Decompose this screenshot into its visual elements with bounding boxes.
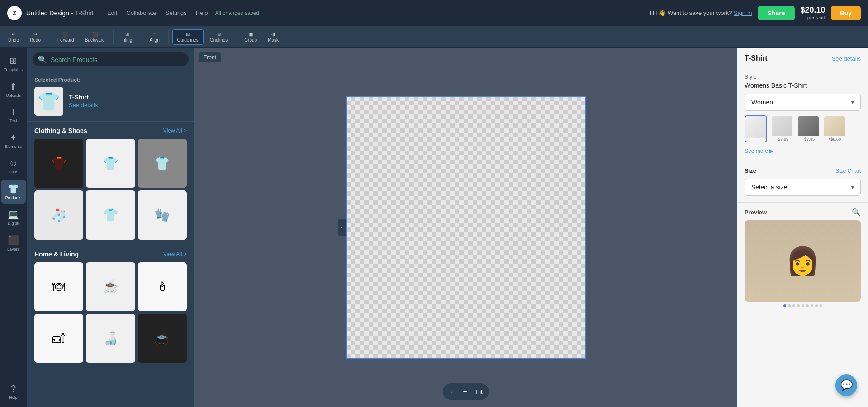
layers-icon: ⬛: [8, 235, 19, 246]
align-icon: ≡: [153, 32, 156, 37]
logo[interactable]: Z Untitled Design - T-Shirt: [7, 6, 94, 20]
list-item[interactable]: 👕: [86, 139, 135, 188]
price-amount: $20.10: [800, 5, 825, 15]
sidebar-item-uploads[interactable]: ⬆ Uploads: [1, 77, 26, 101]
see-details-link[interactable]: See details: [69, 102, 98, 109]
main-layout: ⊞ Templates ⬆ Uploads T Text ✦ Elements …: [0, 48, 868, 407]
guidelines-icon: ⊞: [186, 32, 190, 37]
clothing-grid: 👕 👕 👕 🧦 👕 🧤: [34, 139, 187, 240]
list-item[interactable]: 🍶: [86, 314, 135, 363]
zoom-in-button[interactable]: +: [459, 385, 471, 398]
sidebar-item-digital[interactable]: 💻 Digital: [1, 205, 26, 229]
list-item[interactable]: 🍽: [34, 262, 83, 311]
color-price-light-grey: +$7.85: [776, 137, 788, 142]
sidebar-item-text[interactable]: T Text: [1, 103, 26, 127]
mask-button[interactable]: ◑ Mask: [263, 30, 283, 44]
list-item[interactable]: 🕯: [138, 262, 187, 311]
align-button[interactable]: ≡ Align: [145, 30, 165, 44]
canvas-wrapper[interactable]: [346, 96, 586, 359]
forward-button[interactable]: ⬛ Forward: [53, 30, 79, 44]
color-option-white[interactable]: [745, 115, 767, 142]
search-input-wrap: 🔍: [33, 52, 189, 66]
color-option-dark-grey[interactable]: +$7.85: [797, 115, 820, 142]
preview-dot-2[interactable]: [788, 304, 791, 307]
mask-icon: ◑: [271, 32, 275, 37]
product-name: T-Shirt: [69, 94, 98, 101]
sidebar-item-help[interactable]: ? Help: [1, 380, 26, 403]
sidebar-item-elements[interactable]: ✦ Elements: [1, 128, 26, 152]
view-all-home[interactable]: View All >: [163, 251, 187, 257]
color-swatch-cream: [824, 116, 845, 136]
view-all-clothing[interactable]: View All >: [163, 128, 187, 134]
list-item[interactable]: 👕: [34, 139, 83, 188]
size-header: Size Size Chart: [745, 167, 861, 174]
preview-dot-8[interactable]: [815, 304, 818, 307]
gridlines-button[interactable]: ⊞ Gridlines: [205, 30, 232, 44]
elements-icon: ✦: [9, 132, 17, 143]
see-more-colors-button[interactable]: See more ▶: [745, 148, 773, 154]
redo-button[interactable]: ↪ Redo: [25, 30, 45, 44]
preview-search-icon[interactable]: 🔍: [852, 208, 861, 217]
sidebar-item-layers[interactable]: ⬛ Layers: [1, 231, 26, 255]
style-label: Style: [745, 74, 861, 80]
preview-dot-7[interactable]: [811, 304, 813, 307]
list-item[interactable]: ☕: [138, 314, 187, 363]
nav-collaborate[interactable]: Collaborate: [126, 9, 157, 16]
color-options: +$7.85 +$7.85 +$8.60 See more ▶: [745, 115, 861, 154]
size-chart-link[interactable]: Size Chart: [835, 168, 861, 174]
list-item[interactable]: 🧤: [138, 190, 187, 239]
preview-section: Preview 🔍 👩: [737, 203, 868, 312]
undo-button[interactable]: ↩ Undo: [4, 30, 24, 44]
share-button[interactable]: Share: [758, 6, 795, 20]
redo-icon: ↪: [33, 32, 37, 37]
chat-button[interactable]: 💬: [835, 374, 857, 396]
product-info: T-Shirt See details: [69, 94, 98, 109]
list-item[interactable]: ☕: [86, 262, 135, 311]
list-item[interactable]: 🛋: [34, 314, 83, 363]
right-panel-see-details[interactable]: See details: [832, 55, 861, 62]
preview-dot-4[interactable]: [797, 304, 800, 307]
preview-dot-1[interactable]: [783, 304, 786, 307]
zoom-out-button[interactable]: -: [445, 385, 458, 398]
sidebar-item-products[interactable]: 👕 Products: [1, 180, 26, 204]
preview-title: Preview: [745, 209, 767, 216]
save-status: All changes saved: [215, 10, 259, 16]
guidelines-button[interactable]: ⊞ Guidelines: [172, 29, 204, 45]
color-option-light-grey[interactable]: +$7.85: [771, 115, 793, 142]
group-button[interactable]: ▣ Group: [240, 30, 261, 44]
zoom-fit-button[interactable]: Fit: [472, 388, 486, 395]
right-panel: T-Shirt See details Style Womens Basic T…: [737, 48, 868, 407]
size-dropdown[interactable]: Select a size: [745, 179, 861, 196]
buy-button[interactable]: Buy: [831, 6, 861, 20]
color-option-cream[interactable]: +$8.60: [823, 115, 846, 142]
left-panel: 🔍 Selected Product: 👕 T-Shirt See detail…: [27, 48, 194, 407]
nav-help[interactable]: Help: [196, 9, 208, 16]
preview-dot-6[interactable]: [806, 304, 809, 307]
home-living-section: Home & Living View All > 🍽 ☕ 🕯 🛋 🍶: [27, 245, 194, 369]
list-item[interactable]: 👕: [86, 190, 135, 239]
color-price-cream: +$8.60: [828, 137, 841, 142]
preview-header: Preview 🔍: [745, 208, 861, 217]
preview-image: 👩: [745, 220, 861, 302]
preview-dot-3[interactable]: [792, 304, 795, 307]
backward-button[interactable]: ⬛ Backward: [81, 30, 109, 44]
sidebar-item-icons[interactable]: ☺ Icons: [1, 154, 26, 178]
nav-edit[interactable]: Edit: [107, 9, 117, 16]
list-item[interactable]: 👕: [138, 139, 187, 188]
nav-settings[interactable]: Settings: [166, 9, 187, 16]
sign-in-link[interactable]: Sign In: [734, 9, 752, 16]
size-label: Size: [745, 167, 756, 174]
gender-dropdown[interactable]: Women Men Kids: [745, 94, 861, 111]
preview-dot-5[interactable]: [802, 304, 804, 307]
tiling-button[interactable]: ⊞ Tiling: [117, 30, 137, 44]
help-icon: ?: [11, 383, 16, 394]
zoom-controls: - + Fit: [442, 383, 489, 400]
list-item[interactable]: 🧦: [34, 190, 83, 239]
sidebar-item-templates[interactable]: ⊞ Templates: [1, 52, 26, 76]
clothing-shoes-section: Clothing & Shoes View All > 👕 👕 👕 🧦 👕: [27, 122, 194, 245]
right-panel-header: T-Shirt See details: [737, 48, 868, 67]
collapse-panel-button[interactable]: ‹: [338, 219, 346, 236]
tshirt-placeholder-icon: 👕: [34, 87, 63, 116]
preview-dot-9[interactable]: [820, 304, 822, 307]
search-input[interactable]: [51, 56, 183, 63]
